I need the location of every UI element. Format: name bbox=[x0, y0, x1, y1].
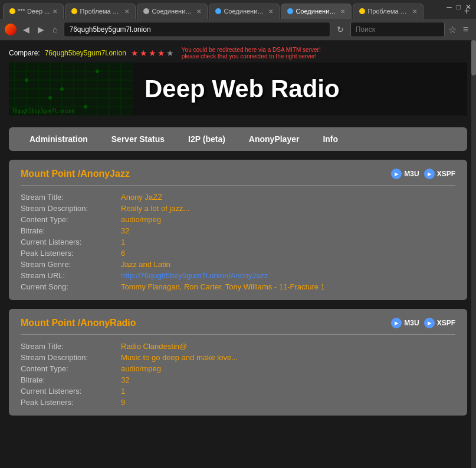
tab-close-0[interactable]: ✕ bbox=[52, 8, 57, 15]
browser-tab-3[interactable]: Соединение...✕ bbox=[209, 4, 280, 19]
menu-button[interactable]: ≡ bbox=[460, 23, 471, 36]
xspf-play-icon-1: ▶ bbox=[424, 318, 435, 328]
field-label-0-5: Peak Listeners: bbox=[21, 249, 115, 258]
search-input[interactable] bbox=[350, 22, 445, 37]
nav-info[interactable]: Info bbox=[311, 132, 350, 146]
nav-server-status[interactable]: Server Status bbox=[100, 132, 176, 146]
browser-tab-1[interactable]: Проблема пр...✕ bbox=[65, 4, 136, 19]
browser-tab-2[interactable]: Соединение...✕ bbox=[137, 4, 208, 19]
browser-tab-5[interactable]: Проблема пр...✕ bbox=[353, 4, 424, 19]
mount-xspf-link-1[interactable]: ▶ XSPF bbox=[424, 318, 455, 328]
field-value-1-1: Music to go deep and make love... bbox=[121, 353, 455, 362]
mount-title-0: Mount Point /AnonyJazz bbox=[21, 169, 130, 179]
tab-close-5[interactable]: ✕ bbox=[412, 8, 417, 15]
nav-administration[interactable]: Administration bbox=[18, 132, 100, 146]
browser-tab-0[interactable]: *** Deep ...✕ bbox=[3, 4, 64, 19]
field-label-1-2: Content Type: bbox=[21, 364, 115, 373]
mount-m3u-link-0[interactable]: ▶ M3U bbox=[391, 169, 419, 179]
field-label-0-1: Stream Description: bbox=[21, 204, 115, 213]
mount-card-1: Mount Point /AnonyRadio ▶ M3U ▶ XSPF Str… bbox=[9, 309, 467, 416]
field-value-0-2: audio/mpeg bbox=[121, 215, 455, 224]
m3u-play-icon-0: ▶ bbox=[391, 169, 402, 179]
field-label-0-4: Current Listeners: bbox=[21, 238, 115, 246]
field-value-1-4: 1 bbox=[121, 387, 455, 396]
reload-button[interactable]: ↻ bbox=[334, 24, 347, 35]
bookmark-icon[interactable]: ☆ bbox=[448, 24, 457, 35]
xspf-label-1: XSPF bbox=[437, 319, 455, 327]
nav-bar: Administration Server Status I2P (beta) … bbox=[9, 127, 467, 151]
field-value-1-3: 32 bbox=[121, 375, 455, 384]
m3u-label-1: M3U bbox=[404, 319, 419, 327]
field-label-1-3: Bitrate: bbox=[21, 375, 115, 384]
stream-info-0: Stream Title: Anony JaZZ Stream Descript… bbox=[21, 193, 455, 291]
field-value-0-3: 32 bbox=[121, 226, 455, 235]
field-label-0-2: Content Type: bbox=[21, 215, 115, 224]
svg-point-16 bbox=[25, 78, 28, 82]
field-value-1-2: audio/mpeg bbox=[121, 364, 455, 373]
field-value-1-5: 9 bbox=[121, 398, 455, 407]
compare-url[interactable]: 76qugh5bey5gum7l.onion bbox=[45, 49, 126, 57]
tab-close-3[interactable]: ✕ bbox=[268, 8, 273, 15]
svg-point-17 bbox=[60, 87, 64, 91]
maximize-button[interactable]: □ bbox=[457, 3, 461, 11]
svg-point-19 bbox=[48, 96, 52, 100]
minimize-button[interactable]: ─ bbox=[447, 3, 452, 11]
tab-close-2[interactable]: ✕ bbox=[196, 8, 201, 15]
field-value-0-4: 1 bbox=[121, 238, 455, 246]
compare-label: Compare: bbox=[9, 49, 40, 57]
site-banner-image: 76qugh5bey5gum7l.onion bbox=[9, 62, 133, 116]
svg-point-18 bbox=[96, 70, 99, 73]
field-label-0-8: Current Song: bbox=[21, 282, 115, 291]
field-value-0-7[interactable]: http://76qugh5bey5gum7l.onion/AnonyJazz bbox=[121, 271, 455, 280]
mount-card-0: Mount Point /AnonyJazz ▶ M3U ▶ XSPF Stre… bbox=[9, 160, 467, 300]
field-value-0-8: Tommy Flanagan, Ron Carter, Tony William… bbox=[121, 282, 455, 291]
nav-i2p[interactable]: I2P (beta) bbox=[176, 132, 237, 146]
field-value-0-5: 6 bbox=[121, 249, 455, 258]
home-button[interactable]: ⌂ bbox=[50, 24, 60, 35]
field-label-1-5: Peak Listeners: bbox=[21, 398, 115, 407]
stream-info-1: Stream Title: Radio Clandestin@ Stream D… bbox=[21, 342, 455, 407]
tab-close-1[interactable]: ✕ bbox=[124, 8, 129, 15]
nav-anonyplayer[interactable]: AnonyPlayer bbox=[237, 132, 311, 146]
field-label-1-0: Stream Title: bbox=[21, 342, 115, 351]
forward-button[interactable]: ▶ bbox=[35, 24, 47, 35]
address-input[interactable] bbox=[64, 22, 330, 37]
m3u-label-0: M3U bbox=[404, 170, 419, 178]
field-label-0-6: Stream Genre: bbox=[21, 260, 115, 269]
xspf-label-0: XSPF bbox=[437, 170, 455, 178]
field-value-0-6: Jazz and Latin bbox=[121, 260, 455, 269]
field-label-1-4: Current Listeners: bbox=[21, 387, 115, 396]
scrollbar-thumb[interactable] bbox=[471, 40, 476, 75]
field-label-0-3: Bitrate: bbox=[21, 226, 115, 235]
mount-m3u-link-1[interactable]: ▶ M3U bbox=[391, 318, 419, 328]
browser-logo bbox=[5, 24, 17, 35]
site-title: Deep Web Radio bbox=[133, 66, 352, 112]
field-value-0-0: Anony JaZZ bbox=[121, 193, 455, 202]
svg-point-20 bbox=[84, 105, 87, 108]
warning-text: You could be redirected here via a DSA M… bbox=[182, 47, 321, 60]
svg-text:76qugh5bey5gum7l.onion: 76qugh5bey5gum7l.onion bbox=[12, 108, 74, 114]
field-value-1-0: Radio Clandestin@ bbox=[121, 342, 455, 351]
back-button[interactable]: ◀ bbox=[20, 24, 32, 35]
scrollbar-track[interactable] bbox=[471, 40, 476, 468]
tab-close-4[interactable]: ✕ bbox=[340, 8, 345, 15]
field-label-0-7: Stream URL: bbox=[21, 271, 115, 280]
m3u-play-icon-1: ▶ bbox=[391, 318, 402, 328]
field-value-0-1: Really a lot of jazz... bbox=[121, 204, 455, 213]
mount-xspf-link-0[interactable]: ▶ XSPF bbox=[424, 169, 455, 179]
field-label-1-1: Stream Description: bbox=[21, 353, 115, 362]
mount-title-1: Mount Point /AnonyRadio bbox=[21, 318, 136, 328]
close-button[interactable]: ✕ bbox=[465, 3, 471, 11]
browser-tab-4[interactable]: Соединение...✕ bbox=[281, 4, 352, 19]
xspf-play-icon-0: ▶ bbox=[424, 169, 435, 179]
star-rating: ★ ★ ★ ★ ★ bbox=[131, 48, 174, 58]
field-label-0-0: Stream Title: bbox=[21, 193, 115, 202]
